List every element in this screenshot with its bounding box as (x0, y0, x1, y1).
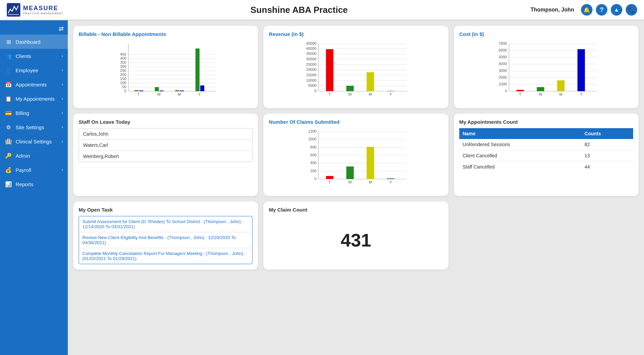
svg-text:Y: Y (389, 180, 392, 184)
svg-text:40000: 40000 (306, 46, 317, 51)
body-wrap: ⇄ ⊞ Dashboard 👥 Clients › 👤 Employee › 📅… (0, 20, 644, 355)
dashboard-grid: Billable - Non Billable Appointments 0 5… (73, 26, 639, 270)
reports-icon: 📊 (5, 180, 12, 188)
sidebar-label-billing: Billing (16, 110, 60, 116)
sidebar-item-billing[interactable]: 💳 Billing › (0, 106, 68, 120)
help-button[interactable]: ? (596, 4, 607, 16)
appointments-arrow-icon: › (62, 82, 63, 87)
sidebar-item-site-settings[interactable]: ⚙ Site Settings › (0, 120, 68, 134)
clinical-settings-arrow-icon: › (62, 139, 63, 144)
svg-text:0: 0 (124, 89, 126, 93)
svg-text:Y: Y (580, 92, 583, 96)
cost-chart-title: Cost (in $) (459, 31, 633, 37)
svg-rect-62 (367, 72, 374, 91)
notification-bell-button[interactable]: 🔔 (581, 4, 592, 16)
svg-text:800: 800 (310, 145, 317, 149)
header-username: Thompson, John (530, 7, 574, 13)
my-appointments-arrow-icon: › (62, 96, 63, 101)
svg-text:2000: 2000 (499, 75, 507, 79)
svg-rect-88 (557, 80, 564, 91)
sidebar-item-admin[interactable]: 🔑 Admin (0, 149, 68, 163)
svg-text:0: 0 (315, 89, 317, 93)
sidebar-item-appointments[interactable]: 📅 Appointments › (0, 77, 68, 92)
sidebar-item-clinical-settings[interactable]: 🏥 Clinical Settings › (0, 134, 68, 149)
svg-text:M: M (369, 180, 372, 184)
appointments-count-table: Name Counts UnRendered Sessions 82 Clien… (459, 128, 633, 172)
task-list: Submit Assessment for Client (D. Rhodes)… (79, 216, 253, 264)
claim-count-card: My Claim Count 431 (263, 201, 448, 270)
svg-rect-58 (326, 49, 334, 91)
list-item: Carlos,John (79, 129, 252, 140)
revenue-chart-svg: 0 5000 10000 15000 20000 25000 30000 350… (269, 40, 443, 101)
svg-rect-34 (200, 85, 204, 91)
upload-button[interactable]: ▲ (611, 4, 622, 16)
list-item: Waters,Carl (79, 140, 252, 151)
svg-text:1000: 1000 (308, 137, 317, 141)
table-row: UnRendered Sessions 82 (459, 139, 633, 150)
sidebar-item-dashboard[interactable]: ⊞ Dashboard (0, 35, 68, 49)
logo-text: MEASURE PRACTICE MANAGEMENT (23, 5, 63, 15)
list-item[interactable]: Complete Monthly Cancelation Report For … (79, 248, 252, 264)
svg-text:25000: 25000 (306, 62, 317, 66)
sidebar-label-clinical-settings: Clinical Settings (16, 139, 60, 144)
header: MEASURE PRACTICE MANAGEMENT Sunshine ABA… (0, 0, 644, 20)
sidebar-item-employee[interactable]: 👤 Employee › (0, 63, 68, 77)
sidebar-label-clients: Clients (16, 53, 60, 59)
cost-chart-svg: 0 1000 2000 3000 4000 5000 6000 7000 (459, 40, 633, 101)
sidebar-item-my-appointments[interactable]: 📋 My Appointments › (0, 92, 68, 106)
employee-arrow-icon: › (62, 68, 63, 73)
svg-text:0: 0 (315, 177, 317, 181)
svg-text:30000: 30000 (306, 57, 317, 61)
billable-chart-svg: 0 50 100 150 200 250 300 350 400 (79, 40, 253, 101)
logo-icon (7, 3, 20, 17)
billable-chart-card: Billable - Non Billable Appointments 0 5… (73, 26, 258, 108)
logo: MEASURE PRACTICE MANAGEMENT (7, 3, 68, 17)
svg-text:T: T (329, 92, 331, 96)
sidebar-label-dashboard: Dashboard (16, 39, 63, 45)
table-row: Client Cancelled 13 (459, 150, 633, 161)
svg-text:Y: Y (389, 92, 392, 96)
svg-text:100: 100 (120, 81, 126, 85)
count-row-name: Client Cancelled (459, 150, 581, 161)
sidebar-item-reports[interactable]: 📊 Reports (0, 177, 68, 191)
svg-rect-86 (537, 87, 544, 91)
svg-text:T: T (519, 92, 521, 96)
svg-text:10000: 10000 (306, 78, 317, 82)
table-row: Staff Cancelled 44 (459, 161, 633, 173)
phone-button[interactable]: 📞 (626, 4, 637, 16)
staff-leave-card: Staff On Leave Today Carlos,John Waters,… (73, 114, 258, 196)
list-item[interactable]: Review New Client Eligibility And Benefi… (79, 232, 252, 248)
svg-text:T: T (329, 180, 331, 184)
sidebar-label-site-settings: Site Settings (16, 124, 60, 130)
list-item[interactable]: Submit Assessment for Client (D. Rhodes)… (79, 216, 252, 232)
svg-rect-108 (326, 176, 334, 179)
toggle-icon: ⇄ (59, 25, 64, 33)
claim-count-value: 431 (269, 216, 443, 257)
billing-arrow-icon: › (62, 111, 63, 115)
sidebar-label-reports: Reports (16, 181, 63, 187)
svg-rect-114 (387, 178, 395, 179)
header-title: Sunshine ABA Practice (68, 5, 530, 15)
svg-text:300: 300 (120, 64, 126, 68)
billing-icon: 💳 (5, 109, 12, 117)
appointments-count-title: My Appointments Count (459, 119, 633, 125)
sidebar-label-admin: Admin (16, 153, 63, 159)
svg-rect-27 (155, 87, 159, 91)
count-table-counts-header: Counts (581, 128, 633, 139)
sidebar-toggle[interactable]: ⇄ (0, 23, 68, 35)
svg-text:W: W (157, 92, 161, 96)
claims-chart-card: Number Of Claims Submitted 0 200 400 600… (263, 114, 448, 196)
clients-icon: 👥 (5, 52, 12, 60)
sidebar-label-employee: Employee (16, 67, 60, 73)
billable-chart-title: Billable - Non Billable Appointments (79, 31, 253, 37)
sidebar-label-appointments: Appointments (16, 82, 60, 87)
svg-text:W: W (539, 92, 542, 96)
sidebar-item-payroll[interactable]: 💰 Payroll › (0, 163, 68, 177)
cost-chart-card: Cost (in $) 0 1000 2000 3000 4000 (454, 26, 639, 108)
sidebar-item-clients[interactable]: 👥 Clients › (0, 49, 68, 63)
count-row-value: 13 (581, 150, 633, 161)
svg-rect-84 (516, 90, 524, 91)
open-task-card: My Open Task Submit Assessment for Clien… (73, 201, 258, 270)
employee-icon: 👤 (5, 66, 12, 74)
svg-text:6000: 6000 (499, 48, 507, 52)
